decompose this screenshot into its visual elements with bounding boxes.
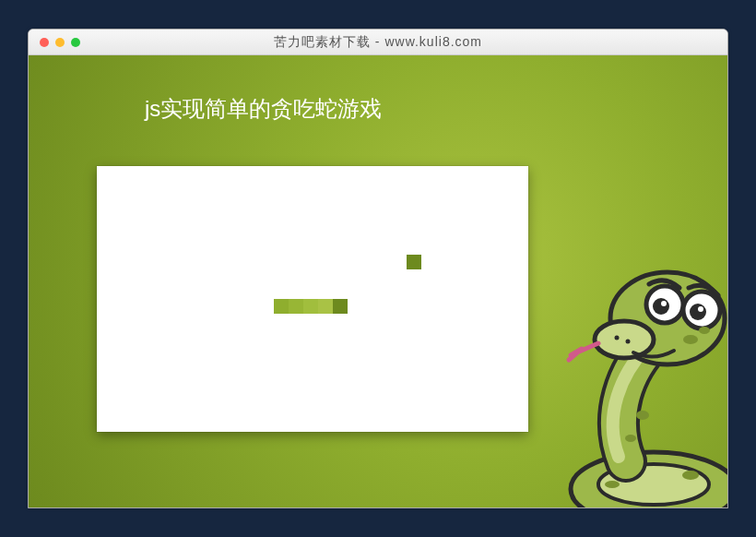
- snake-body: [289, 299, 303, 314]
- snake-mascot: [469, 231, 727, 507]
- svg-point-11: [698, 306, 703, 312]
- maximize-icon[interactable]: [71, 38, 80, 47]
- food: [407, 255, 421, 269]
- svg-point-10: [661, 301, 667, 306]
- svg-point-17: [605, 481, 620, 488]
- svg-point-14: [636, 411, 649, 420]
- window-title: 苦力吧素材下载 - www.kuli8.com: [29, 34, 727, 51]
- page-title: js实现简单的贪吃蛇游戏: [145, 94, 382, 124]
- svg-point-3: [595, 321, 654, 358]
- svg-point-16: [682, 471, 699, 480]
- svg-point-4: [615, 336, 620, 340]
- svg-point-5: [626, 340, 631, 344]
- titlebar: 苦力吧素材下载 - www.kuli8.com: [29, 30, 727, 55]
- svg-point-15: [625, 435, 636, 442]
- snake-body: [303, 299, 318, 314]
- snake-head: [333, 299, 348, 314]
- browser-window: 苦力吧素材下载 - www.kuli8.com js实现简单的贪吃蛇游戏: [28, 29, 728, 508]
- traffic-lights: [40, 38, 80, 47]
- minimize-icon[interactable]: [55, 38, 65, 47]
- page-content: js实现简单的贪吃蛇游戏: [29, 55, 727, 507]
- snake-body: [274, 299, 289, 314]
- game-board[interactable]: [97, 166, 528, 432]
- svg-point-12: [683, 335, 698, 344]
- svg-point-13: [699, 327, 710, 334]
- svg-point-8: [653, 298, 669, 315]
- close-icon[interactable]: [40, 38, 49, 47]
- svg-point-9: [690, 304, 706, 320]
- snake-body: [318, 299, 333, 314]
